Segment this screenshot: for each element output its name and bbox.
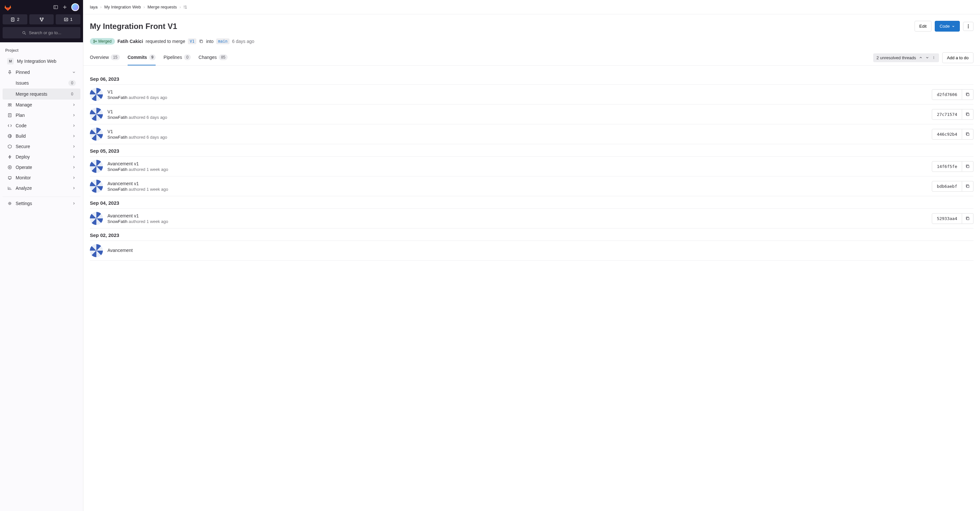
commit-title[interactable]: Avancement v1 (107, 181, 927, 186)
commit-author[interactable]: SnowFatih (107, 115, 127, 120)
sidebar-item-secure[interactable]: Secure (3, 141, 80, 152)
chevron-right-icon (72, 186, 76, 190)
commit-author-avatar[interactable] (90, 244, 103, 257)
copy-sha-button[interactable] (962, 129, 974, 140)
tab-changes[interactable]: Changes 85 (199, 50, 228, 65)
commit-author-avatar[interactable] (90, 108, 103, 121)
commit-author-avatar[interactable] (90, 128, 103, 141)
commit-title[interactable]: Avancement v1 (107, 213, 927, 218)
sidebar-item-operate[interactable]: Operate (3, 162, 80, 173)
assigned-mrs-button[interactable] (29, 14, 54, 24)
tab-pipelines[interactable]: Pipelines 0 (164, 50, 191, 65)
target-branch[interactable]: main (216, 38, 229, 44)
copy-sha-button[interactable] (962, 181, 974, 192)
chevron-up-icon[interactable] (919, 56, 923, 60)
commit-author[interactable]: SnowFatih (107, 187, 127, 192)
commit-author[interactable]: SnowFatih (107, 219, 127, 224)
mr-author[interactable]: Fatih Cakici (118, 39, 143, 44)
commit-title[interactable]: V1 (107, 129, 927, 134)
assigned-issues-button[interactable]: 1 (56, 14, 80, 24)
search-button[interactable]: Search or go to... (3, 27, 80, 38)
sidebar-item-build[interactable]: Build (3, 131, 80, 141)
breadcrumb-item[interactable]: laya (90, 5, 98, 10)
sidebar-item-manage[interactable]: Manage (3, 100, 80, 110)
project-letter-badge: M (7, 58, 14, 64)
sidebar-item-code[interactable]: Code (3, 121, 80, 131)
sidebar-item-deploy[interactable]: Deploy (3, 152, 80, 162)
copy-sha-button[interactable] (962, 161, 974, 172)
commit-sha-button[interactable]: 52933aa4 (932, 213, 962, 224)
copy-sha-button[interactable] (962, 89, 974, 100)
page-title: My Integration Front V1 (90, 22, 177, 31)
sidebar-item-monitor[interactable]: Monitor (3, 173, 80, 183)
created-time: 6 days ago (232, 39, 255, 44)
chevron-right-icon: › (100, 5, 102, 10)
svg-point-11 (22, 31, 25, 33)
commit-sha-button[interactable]: 14f6f5fe (932, 161, 962, 172)
chevron-right-icon (72, 103, 76, 107)
commit-row: Avancement v1SnowFatih authored 1 week a… (90, 209, 974, 229)
svg-rect-30 (200, 40, 203, 43)
commit-row: V1SnowFatih authored 6 days ago446c92b4 (90, 124, 974, 144)
edit-button[interactable]: Edit (915, 21, 931, 32)
commit-author[interactable]: SnowFatih (107, 167, 127, 172)
commit-author-avatar[interactable] (90, 212, 103, 225)
collapse-sidebar-icon[interactable] (53, 5, 58, 10)
commit-author-avatar[interactable] (90, 160, 103, 173)
commit-sha-button[interactable]: 446c92b4 (932, 129, 962, 140)
svg-point-7 (40, 17, 41, 19)
todos-button[interactable]: 2 (3, 14, 27, 24)
svg-point-23 (9, 203, 10, 204)
more-icon[interactable] (932, 56, 936, 60)
nav-icon (7, 175, 13, 180)
svg-point-31 (934, 56, 934, 57)
copy-sha-button[interactable] (962, 213, 974, 224)
chevron-right-icon (72, 124, 76, 128)
svg-rect-0 (54, 6, 57, 9)
sidebar-item-merge-requests[interactable]: Merge requests 0 (3, 89, 80, 100)
commit-sha-button[interactable]: bdb6aebf (932, 181, 962, 192)
unresolved-threads-pill[interactable]: 2 unresolved threads (873, 53, 939, 62)
sidebar-item-issues[interactable]: Issues 0 (3, 78, 80, 89)
commit-title[interactable]: V1 (107, 109, 927, 114)
more-actions-button[interactable] (963, 22, 974, 31)
add-todo-button[interactable]: Add a to do (942, 52, 974, 63)
add-icon[interactable] (62, 5, 67, 10)
sidebar-item-plan[interactable]: Plan (3, 110, 80, 121)
commit-meta: SnowFatih authored 1 week ago (107, 167, 927, 172)
svg-rect-16 (8, 114, 11, 117)
svg-point-8 (42, 17, 43, 19)
svg-point-26 (968, 27, 969, 28)
svg-point-24 (968, 24, 969, 25)
commit-title[interactable]: Avancement v1 (107, 161, 927, 166)
commit-sha-button[interactable]: 27c71574 (932, 109, 962, 120)
commit-sha-button[interactable]: d2fd7606 (932, 89, 962, 100)
chevron-down-icon[interactable] (925, 56, 929, 60)
commit-meta: SnowFatih authored 1 week ago (107, 187, 927, 192)
breadcrumb-item[interactable]: Merge requests (148, 5, 177, 10)
copy-branch-icon[interactable] (199, 39, 204, 44)
user-avatar[interactable] (71, 3, 79, 11)
sidebar-item-analyze[interactable]: Analyze (3, 183, 80, 193)
main-content: laya › My Integration Web › Merge reques… (83, 0, 980, 511)
code-dropdown-button[interactable]: Code (935, 21, 960, 32)
commit-title[interactable]: V1 (107, 89, 927, 94)
commit-author-avatar[interactable] (90, 180, 103, 193)
svg-point-32 (934, 57, 934, 58)
sidebar-item-settings[interactable]: Settings (3, 198, 80, 209)
tab-commits[interactable]: Commits 9 (127, 50, 156, 65)
breadcrumb-item[interactable]: My Integration Web (104, 5, 141, 10)
commit-title[interactable]: Avancement (107, 248, 974, 253)
commit-author[interactable]: SnowFatih (107, 95, 127, 100)
sidebar-project-link[interactable]: M My Integration Web (3, 56, 80, 67)
copy-sha-button[interactable] (962, 109, 974, 120)
svg-point-33 (934, 58, 934, 59)
commit-date-header: Sep 05, 2023 (90, 144, 974, 156)
status-badge-merged: Merged (90, 38, 115, 44)
sidebar-pinned[interactable]: Pinned (3, 67, 80, 78)
commit-author[interactable]: SnowFatih (107, 135, 127, 140)
tab-overview[interactable]: Overview 15 (90, 50, 120, 65)
source-branch[interactable]: V1 (188, 38, 196, 44)
commit-author-avatar[interactable] (90, 88, 103, 101)
logo-icon[interactable] (4, 3, 12, 11)
